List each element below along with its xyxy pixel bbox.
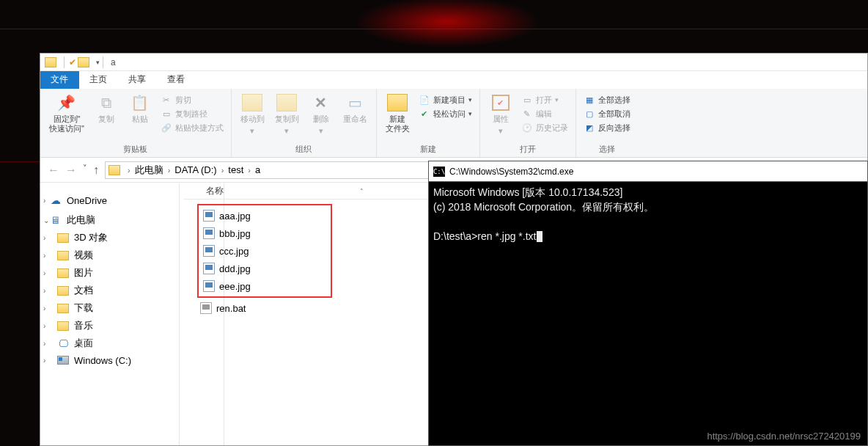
column-header-name[interactable]: 名称 (206, 185, 316, 197)
chevron-down-icon[interactable]: ⌄ (43, 216, 49, 224)
sidebar-item-documents[interactable]: ›文档 (40, 282, 179, 299)
copypath-button[interactable]: ▭复制路径 (158, 107, 227, 120)
crumb-a[interactable]: a (254, 164, 262, 175)
folder-icon (108, 165, 120, 175)
selectnone-button[interactable]: ▢全部取消 (581, 107, 633, 120)
tab-file[interactable]: 文件 (40, 71, 79, 89)
cmd-line: D:\test\a>ren *.jpg *.txt (433, 230, 536, 242)
cmd-terminal[interactable]: Microsoft Windows [版本 10.0.17134.523] (c… (429, 182, 867, 445)
newfolder-button[interactable]: 新建 文件夹 (381, 92, 414, 135)
crumb-test[interactable]: test (227, 164, 245, 175)
file-row[interactable]: bbb.jpg (200, 224, 328, 242)
copypath-icon: ▭ (161, 108, 172, 120)
copyto-button[interactable]: 复制到▾ (271, 92, 304, 137)
cut-icon: ✂ (161, 94, 172, 106)
image-file-icon (203, 227, 215, 239)
sidebar-item-onedrive[interactable]: ›☁OneDrive (40, 192, 179, 208)
delete-button[interactable]: ✕删除▾ (305, 92, 337, 137)
history-button[interactable]: 🕑历史记录 (518, 121, 571, 134)
sidebar-item-videos[interactable]: ›视频 (40, 246, 179, 264)
open-icon: ▭ (521, 94, 533, 106)
desktop-icon: 🖵 (56, 337, 70, 349)
ribbon-group-organize: 移动到▾ 复制到▾ ✕删除▾ ▭重命名 组织 (232, 89, 377, 157)
window-title: a (111, 57, 116, 67)
copyto-icon (276, 93, 297, 112)
up-button[interactable]: ↑ (93, 164, 99, 177)
ribbon-group-select: ▦全部选择 ▢全部取消 ◩反向选择 选择 (576, 89, 638, 157)
cmd-title: C:\Windows\System32\cmd.exe (449, 167, 573, 177)
back-button[interactable]: ← (48, 164, 59, 177)
crumb-drive[interactable]: DATA (D:) (173, 164, 218, 175)
folder-icon (57, 251, 69, 260)
folder-icon (57, 268, 69, 278)
sidebar-item-3d[interactable]: ›3D 对象 (40, 229, 179, 246)
crumb-thispc[interactable]: 此电脑 (133, 164, 165, 177)
cmd-titlebar[interactable]: C:\ C:\Windows\System32\cmd.exe (429, 161, 867, 182)
chevron-right-icon[interactable]: › (43, 357, 45, 365)
tab-home[interactable]: 主页 (79, 71, 118, 89)
cut-button[interactable]: ✂剪切 (158, 93, 227, 106)
chevron-right-icon[interactable]: › (165, 166, 174, 175)
sidebar-item-pictures[interactable]: ›图片 (40, 264, 179, 282)
forward-button[interactable]: → (65, 164, 77, 177)
copy-icon: ⧉ (96, 93, 117, 112)
chevron-right-icon[interactable]: › (218, 166, 227, 175)
pastelink-button[interactable]: 🔗粘贴快捷方式 (158, 121, 227, 134)
qat-dropdown-icon[interactable]: ▾ (96, 59, 100, 66)
copy-label: 复制 (98, 114, 114, 124)
check-icon[interactable]: ✔ (69, 57, 76, 67)
chevron-right-icon[interactable]: › (43, 234, 45, 242)
edit-button[interactable]: ✎编辑 (518, 107, 571, 120)
decor-line (0, 29, 868, 29)
nav-buttons: ← → ˅ ↑ (48, 164, 99, 177)
image-file-icon (203, 263, 215, 274)
newitem-button[interactable]: 📄新建项目 ▾ (416, 93, 475, 106)
folder-icon[interactable] (78, 57, 89, 67)
paste-icon: 📋 (130, 93, 150, 112)
pin-button[interactable]: 📌 固定到" 快速访问" (45, 92, 89, 135)
chevron-right-icon[interactable]: › (43, 197, 45, 205)
file-row[interactable]: ccc.jpg (200, 242, 328, 260)
sort-indicator-icon: ˄ (360, 188, 364, 195)
pastelink-icon: 🔗 (161, 122, 172, 134)
open-button[interactable]: ▭打开 ▾ (518, 93, 571, 106)
cmd-window: C:\ C:\Windows\System32\cmd.exe Microsof… (428, 161, 868, 446)
group-label: 选择 (581, 142, 633, 156)
sidebar-item-drive-c[interactable]: ›Windows (C:) (40, 352, 179, 368)
rename-button[interactable]: ▭重命名 (339, 92, 372, 125)
recent-dropdown[interactable]: ˅ (83, 164, 87, 177)
group-label: 新建 (381, 142, 475, 156)
tab-share[interactable]: 共享 (118, 71, 157, 89)
selectnone-icon: ▢ (584, 108, 595, 120)
chevron-right-icon[interactable]: › (43, 340, 45, 348)
easyaccess-button[interactable]: ✔轻松访问 ▾ (416, 107, 475, 120)
file-row[interactable]: ddd.jpg (200, 260, 328, 277)
sidebar-item-downloads[interactable]: ›下载 (40, 299, 179, 317)
separator (103, 56, 103, 68)
chevron-right-icon[interactable]: › (43, 269, 45, 277)
tab-view[interactable]: 查看 (157, 71, 196, 89)
sidebar-item-thispc[interactable]: ⌄🖥此电脑 (40, 211, 179, 229)
moveto-button[interactable]: 移动到▾ (236, 92, 269, 137)
properties-button[interactable]: ✔属性▾ (485, 92, 517, 137)
chevron-right-icon[interactable]: › (43, 287, 45, 295)
paste-button[interactable]: 📋 粘贴 (124, 92, 156, 125)
invert-icon: ◩ (584, 122, 595, 134)
ribbon-tabs: 文件 主页 共享 查看 (40, 71, 867, 89)
file-row[interactable]: eee.jpg (200, 277, 328, 295)
selectall-button[interactable]: ▦全部选择 (581, 93, 633, 106)
sidebar-item-music[interactable]: ›音乐 (40, 317, 179, 334)
drive-icon (57, 356, 69, 365)
properties-icon: ✔ (490, 93, 511, 112)
batch-file-icon (200, 302, 212, 314)
file-row[interactable]: aaa.jpg (200, 207, 328, 224)
separator (64, 56, 65, 68)
chevron-right-icon[interactable]: › (43, 304, 45, 312)
chevron-right-icon[interactable]: › (43, 322, 45, 330)
copy-button[interactable]: ⧉ 复制 (90, 92, 122, 125)
invert-button[interactable]: ◩反向选择 (581, 121, 633, 134)
chevron-right-icon[interactable]: › (125, 166, 133, 175)
chevron-right-icon[interactable]: › (245, 166, 254, 175)
sidebar-item-desktop[interactable]: ›🖵桌面 (40, 334, 179, 352)
chevron-right-icon[interactable]: › (43, 252, 45, 260)
